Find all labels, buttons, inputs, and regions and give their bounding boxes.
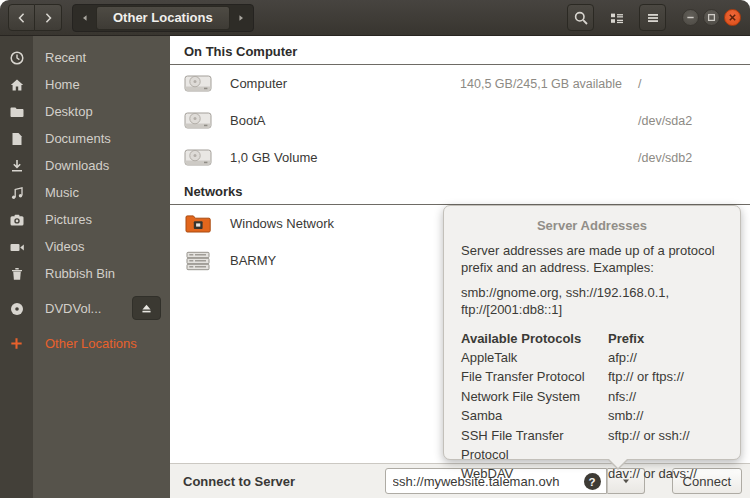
close-icon (728, 13, 737, 22)
section-header-on-this-computer: On This Computer (170, 36, 750, 65)
clock-icon (8, 49, 25, 66)
document-icon (8, 130, 25, 147)
search-icon (573, 10, 589, 26)
forward-button[interactable] (35, 4, 62, 31)
path-button-other-locations[interactable]: Other Locations (96, 6, 230, 30)
hard-drive-icon (183, 106, 213, 136)
protocol-row-samba: Samba smb:// (461, 406, 723, 425)
sidebar-item-label: DVDVol... (45, 301, 101, 316)
sidebar-item-recent[interactable]: Recent (0, 44, 170, 71)
music-icon (8, 184, 25, 201)
maximize-icon (707, 13, 716, 22)
protocol-row-ftp: File Transfer Protocol ftp:// or ftps:// (461, 367, 723, 386)
list-row-1gb-volume[interactable]: 1,0 GB Volume /dev/sdb2 (170, 139, 750, 176)
close-button[interactable] (724, 9, 741, 26)
server-addresses-popover: Server Addresses Server addresses are ma… (443, 205, 741, 460)
column-header-prefix: Prefix (608, 329, 723, 348)
sidebar-gap (0, 322, 170, 330)
sidebar-item-label: Home (45, 77, 80, 92)
path-scroll-left-button[interactable] (74, 6, 96, 30)
section-header-networks: Networks (170, 176, 750, 205)
places-sidebar: Recent Home Desktop Documents Downloads (0, 36, 170, 498)
sidebar-item-label: Documents (45, 131, 111, 146)
sidebar-item-desktop[interactable]: Desktop (0, 98, 170, 125)
chevron-right-icon (41, 11, 55, 25)
row-name: 1,0 GB Volume (230, 150, 317, 165)
back-button[interactable] (8, 4, 35, 31)
sidebar-item-label: Videos (45, 239, 85, 254)
row-mount-path: /dev/sda2 (638, 114, 712, 128)
popover-description: Server addresses are made up of a protoc… (461, 242, 723, 276)
video-camera-icon (8, 238, 25, 255)
protocol-row-appletalk: AppleTalk afp:// (461, 348, 723, 367)
window-controls (682, 9, 741, 26)
optical-disc-icon (8, 300, 25, 317)
sidebar-item-label: Desktop (45, 104, 93, 119)
hard-drive-icon (183, 69, 213, 99)
view-toggle-button[interactable] (603, 4, 630, 31)
list-view-icon (609, 10, 625, 26)
minimize-button[interactable] (682, 9, 699, 26)
popover-title: Server Addresses (461, 218, 723, 233)
sidebar-item-rubbish-bin[interactable]: Rubbish Bin (0, 260, 170, 287)
eject-icon (140, 302, 153, 315)
plus-icon (8, 335, 25, 352)
home-icon (8, 76, 25, 93)
folder-icon (8, 103, 25, 120)
chevron-left-icon (15, 11, 29, 25)
hamburger-menu-icon (645, 10, 661, 26)
sidebar-item-label: Music (45, 185, 79, 200)
sidebar-item-music[interactable]: Music (0, 179, 170, 206)
camera-icon (8, 211, 25, 228)
column-header-protocols: Available Protocols (461, 329, 608, 348)
protocols-table-header: Available Protocols Prefix (461, 329, 723, 348)
nav-button-group (8, 4, 62, 31)
protocol-row-sftp: SSH File Transfer Protocol sftp:// or ss… (461, 426, 723, 465)
eject-button[interactable] (132, 296, 161, 320)
sidebar-item-label: Recent (45, 50, 86, 65)
sidebar-item-documents[interactable]: Documents (0, 125, 170, 152)
row-mount-path: /dev/sdb2 (638, 151, 712, 165)
triangle-right-icon (236, 13, 246, 23)
protocol-row-nfs: Network File System nfs:// (461, 387, 723, 406)
list-row-computer[interactable]: Computer 140,5 GB/245,1 GB available/ (170, 65, 750, 102)
row-name: Computer (230, 76, 287, 91)
sidebar-item-downloads[interactable]: Downloads (0, 152, 170, 179)
list-row-boota[interactable]: BootA /dev/sda2 (170, 102, 750, 139)
file-manager-window: Other Locations (0, 0, 750, 498)
server-icon (183, 246, 213, 276)
maximize-button[interactable] (703, 9, 720, 26)
sidebar-item-home[interactable]: Home (0, 71, 170, 98)
sidebar-gap (0, 287, 170, 295)
protocols-table: Available Protocols Prefix AppleTalk afp… (461, 329, 723, 484)
download-icon (8, 157, 25, 174)
sidebar-item-other-locations[interactable]: Other Locations (0, 330, 170, 357)
search-button[interactable] (567, 4, 594, 31)
row-mount-path: / (638, 77, 712, 91)
row-free-space: 140,5 GB/245,1 GB available (460, 77, 622, 91)
protocol-row-webdav: WebDAV dav:// or davs:// (461, 464, 723, 483)
sidebar-item-videos[interactable]: Videos (0, 233, 170, 260)
sidebar-item-label: Other Locations (45, 336, 137, 351)
path-button-label: Other Locations (113, 10, 213, 25)
hard-drive-icon (183, 143, 213, 173)
sidebar-item-label: Pictures (45, 212, 92, 227)
network-folder-icon (183, 209, 213, 239)
popover-examples: smb://gnome.org, ssh://192.168.0.1, ftp:… (461, 284, 723, 318)
menu-button[interactable] (639, 4, 666, 31)
connect-to-server-label: Connect to Server (183, 474, 295, 489)
path-scroll-right-button[interactable] (230, 6, 252, 30)
trash-icon (8, 265, 25, 282)
row-name: BARMY (230, 253, 276, 268)
row-name: Windows Network (230, 216, 334, 231)
header-bar: Other Locations (0, 0, 750, 36)
sidebar-item-label: Downloads (45, 158, 109, 173)
sidebar-item-label: Rubbish Bin (45, 266, 115, 281)
sidebar-list: Recent Home Desktop Documents Downloads (0, 36, 170, 357)
row-name: BootA (230, 113, 265, 128)
sidebar-item-dvd-volume[interactable]: DVDVol... (0, 295, 170, 322)
minimize-icon (686, 13, 695, 22)
sidebar-item-pictures[interactable]: Pictures (0, 206, 170, 233)
path-bar: Other Locations (72, 4, 254, 32)
triangle-left-icon (80, 13, 90, 23)
